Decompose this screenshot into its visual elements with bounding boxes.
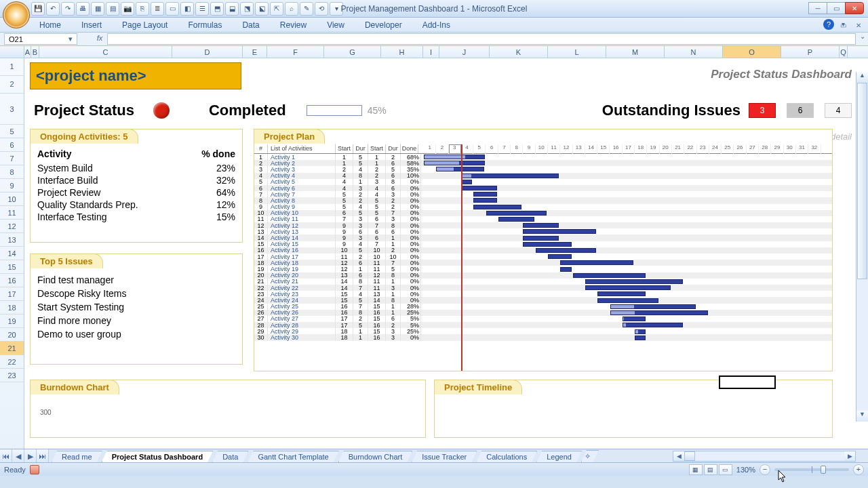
zoom-out-button[interactable]: − — [760, 464, 770, 475]
gantt-bar[interactable] — [523, 236, 559, 241]
sheet-tab-project-status-dashboard[interactable]: Project Status Dashboard — [102, 451, 213, 462]
view-pagebreak-icon[interactable]: ▭ — [719, 464, 732, 475]
vertical-scrollbar[interactable]: ▲ ▼ — [856, 72, 868, 422]
hscroll-thumb[interactable] — [684, 451, 695, 461]
qat-btn[interactable]: ⌕ — [285, 2, 298, 16]
new-sheet-tab[interactable]: ✧ — [581, 450, 599, 462]
scroll-left-icon[interactable]: ◀ — [673, 451, 684, 461]
tab-prev-icon[interactable]: ◀ — [12, 449, 24, 462]
qat-btn[interactable]: ⇱ — [270, 2, 283, 16]
gantt-bar[interactable] — [623, 323, 684, 327]
col-header-P[interactable]: P — [781, 46, 840, 58]
ribbon-tab-home[interactable]: Home — [37, 18, 64, 32]
column-headers[interactable]: ABCDEFGHIJKLMNOPQ — [0, 46, 868, 58]
gantt-bar[interactable] — [461, 180, 472, 184]
ribbon-tab-developer[interactable]: Developer — [362, 18, 405, 32]
row-header-5[interactable]: 5 — [0, 125, 24, 138]
row-header-13[interactable]: 13 — [0, 233, 24, 247]
scroll-down-icon[interactable]: ▼ — [856, 411, 868, 422]
ribbon-tab-view[interactable]: View — [324, 18, 347, 32]
col-header-Q[interactable]: Q — [840, 46, 848, 58]
workbook-minimize-icon[interactable]: ─ — [823, 19, 833, 29]
scroll-right-icon[interactable]: ▶ — [844, 451, 855, 461]
sheet-tab-issue-tracker[interactable]: Issue Tracker — [412, 451, 477, 462]
row-header-19[interactable]: 19 — [0, 314, 24, 328]
gantt-bar[interactable] — [573, 273, 646, 278]
gantt-bar[interactable] — [436, 167, 484, 171]
qat-camera-icon[interactable]: 📷 — [121, 2, 134, 16]
sheet-content[interactable]: <project name> Project Status Dashboard … — [24, 58, 868, 449]
gantt-bar[interactable] — [610, 304, 696, 309]
horizontal-scrollbar[interactable]: ◀ ▶ — [673, 451, 856, 462]
gantt-bar[interactable] — [610, 310, 708, 315]
qat-redo-icon[interactable]: ↷ — [61, 2, 75, 16]
sheet-tab-calculations[interactable]: Calculations — [476, 451, 537, 462]
qat-btn[interactable]: ⬒ — [210, 2, 224, 16]
formula-cancel-icon[interactable] — [77, 33, 92, 45]
maximize-button[interactable]: ▭ — [827, 2, 846, 14]
gantt-bar[interactable] — [498, 217, 534, 222]
row-header-9[interactable]: 9 — [0, 179, 24, 192]
col-header-I[interactable]: I — [423, 46, 439, 58]
gantt-bar[interactable] — [560, 267, 571, 272]
col-header-E[interactable]: E — [243, 46, 267, 58]
project-name-cell[interactable]: <project name> — [30, 62, 241, 89]
qat-btn[interactable]: ⟲ — [315, 2, 328, 16]
qat-btn[interactable]: ⎘ — [136, 2, 149, 16]
col-header-L[interactable]: L — [548, 46, 606, 58]
workbook-close-icon[interactable]: ✕ — [853, 19, 864, 29]
scroll-thumb[interactable] — [857, 83, 867, 279]
row-header-17[interactable]: 17 — [0, 287, 24, 301]
col-header-N[interactable]: N — [665, 46, 723, 58]
qat-btn[interactable]: ▦ — [91, 2, 104, 16]
tab-next-icon[interactable]: ▶ — [24, 449, 37, 462]
qat-btn[interactable]: ⬓ — [225, 2, 239, 16]
ribbon-tab-add-ins[interactable]: Add-Ins — [420, 18, 453, 32]
view-normal-icon[interactable]: ▦ — [689, 464, 703, 475]
formula-input[interactable] — [107, 33, 856, 45]
gantt-bar[interactable] — [585, 285, 671, 290]
fx-icon[interactable]: fx — [92, 33, 107, 45]
gantt-bar[interactable] — [473, 192, 497, 197]
tab-last-icon[interactable]: ⏭ — [37, 449, 49, 462]
workbook-restore-icon[interactable]: ▭ — [837, 19, 849, 29]
col-header-B[interactable]: B — [31, 46, 39, 58]
col-header-M[interactable]: M — [606, 46, 665, 58]
row-header-8[interactable]: 8 — [0, 165, 24, 179]
gantt-chart[interactable]: #List of ActivitiesStartDurStartDurDone … — [254, 144, 832, 371]
qat-btn[interactable]: ≣ — [151, 2, 164, 16]
ribbon-tab-review[interactable]: Review — [277, 18, 309, 32]
row-headers[interactable]: 123567891011121314151617181920212223 — [0, 58, 24, 449]
gantt-bar[interactable] — [597, 298, 658, 303]
gantt-bar[interactable] — [523, 229, 596, 234]
qat-btn[interactable]: ☰ — [195, 2, 209, 16]
row-header-1[interactable]: 1 — [0, 58, 24, 76]
gantt-bar[interactable] — [424, 155, 485, 159]
col-header-G[interactable]: G — [324, 46, 381, 58]
col-header-C[interactable]: C — [39, 46, 172, 58]
gantt-bar[interactable] — [523, 223, 559, 228]
office-button[interactable] — [3, 1, 30, 28]
select-all-corner[interactable] — [0, 46, 24, 58]
gantt-bar[interactable] — [623, 317, 646, 321]
selected-cell[interactable] — [719, 375, 776, 389]
col-header-O[interactable]: O — [723, 46, 781, 58]
gantt-bar[interactable] — [473, 205, 521, 209]
gantt-bar[interactable] — [424, 161, 485, 165]
worksheet[interactable]: ABCDEFGHIJKLMNOPQ 1235678910111213141516… — [0, 46, 868, 449]
col-header-F[interactable]: F — [267, 46, 324, 58]
scroll-up-icon[interactable]: ▲ — [856, 72, 868, 83]
sheet-tab-data[interactable]: Data — [212, 451, 248, 462]
row-header-21[interactable]: 21 — [0, 342, 24, 355]
qat-btn[interactable]: ⬔ — [240, 2, 254, 16]
minimize-button[interactable]: ─ — [808, 2, 827, 14]
ribbon-tab-insert[interactable]: Insert — [79, 18, 104, 32]
sheet-tab-gantt-chart-template[interactable]: Gantt Chart Template — [248, 451, 338, 462]
zoom-level[interactable]: 130% — [736, 466, 755, 474]
col-header-J[interactable]: J — [439, 46, 490, 58]
view-layout-icon[interactable]: ▤ — [704, 464, 717, 475]
gantt-bar[interactable] — [461, 174, 559, 178]
qat-print-icon[interactable]: 🖶 — [76, 2, 90, 16]
close-button[interactable]: ✕ — [845, 2, 864, 14]
qat-undo-icon[interactable]: ↶ — [46, 2, 60, 16]
